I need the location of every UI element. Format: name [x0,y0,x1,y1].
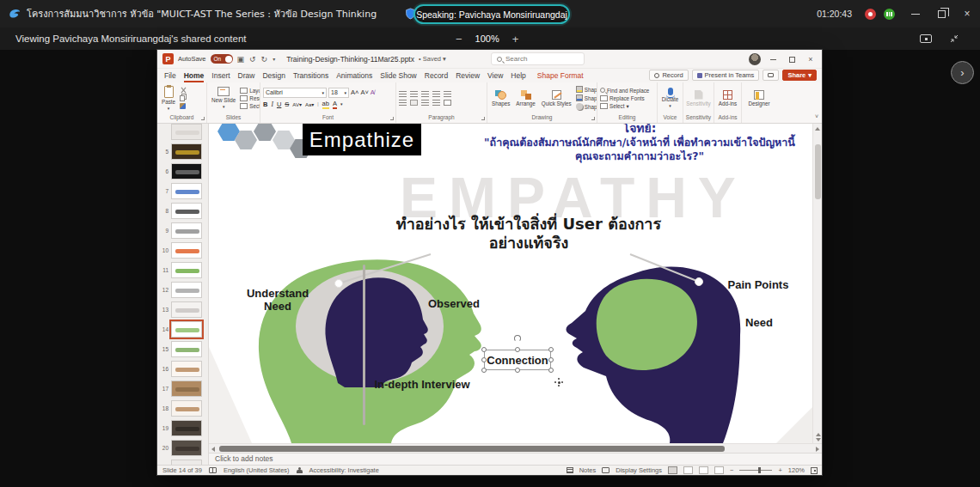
paragraph-dialog-launcher[interactable] [481,117,485,120]
speaking-indicator[interactable]: Speaking: Pavichaya Monsiriruangdaj [413,4,570,24]
drawing-dialog-launcher[interactable] [591,117,595,120]
slide-thumbnail[interactable]: 10 [160,242,208,259]
slide-horizontal-scrollbar[interactable] [209,443,822,453]
next-slide-button[interactable] [816,438,821,441]
zoom-out-button[interactable]: − [456,33,462,46]
numbering-icon[interactable] [410,91,418,97]
layout-button[interactable]: Layout ▾ [240,88,260,94]
zoom-in-button[interactable]: + [512,33,519,46]
zoom-percentage[interactable]: 120% [788,466,805,474]
selection-handle[interactable] [548,347,554,352]
columns-icon[interactable] [444,100,451,106]
shape-fill-button[interactable]: Shape Fill ▾ [576,86,597,93]
notes-pane[interactable]: Click to add notes [209,453,822,465]
previous-slide-button[interactable] [816,433,821,436]
clipboard-dialog-launcher[interactable] [201,117,205,120]
selection-handle[interactable] [548,368,554,373]
select-button[interactable]: Select ▾ [600,103,649,109]
dictate-button[interactable]: Dictate▾ [660,88,681,108]
ribbon-tab[interactable]: Shape Format [534,69,584,82]
vertical-scroll-thumb[interactable] [815,144,821,199]
central-question[interactable]: ทำอย่างไร ให้เข้าใจสิ่งที่ User ต้องการ … [374,215,683,253]
increase-indent-icon[interactable] [432,91,440,97]
label-in-depth-interview[interactable]: In-depth Interview [371,378,474,391]
paste-button[interactable]: Paste▾ [160,86,177,111]
comments-button[interactable] [763,70,779,81]
ribbon-tab[interactable]: Draw [238,69,255,82]
display-settings-icon[interactable] [602,467,609,473]
format-painter-icon[interactable] [180,103,186,109]
ppt-maximize-button[interactable] [782,50,801,69]
selection-handle[interactable] [515,368,520,373]
slide-thumbnail[interactable]: 13 [160,301,208,318]
slide-thumbnail[interactable]: 9 [160,222,208,239]
selection-handle[interactable] [481,357,487,362]
slide-canvas[interactable]: EMPATHY [209,124,812,443]
close-button[interactable]: × [954,0,980,27]
increase-font-icon[interactable]: A˄ [351,88,358,96]
notes-toggle[interactable]: Notes [579,466,597,474]
share-button[interactable]: Share ▾ [782,70,817,81]
align-right-icon[interactable] [421,100,429,106]
horizontal-scroll-thumb[interactable] [219,446,725,452]
spellcheck-icon[interactable] [209,467,217,473]
ribbon-tab[interactable]: Insert [211,69,230,82]
zoom-slider-knob[interactable] [758,467,761,473]
save-status[interactable]: • Saved ▾ [419,55,446,63]
slide-thumbnail[interactable]: 11 [160,262,208,278]
slide-thumbnail[interactable]: 6 [160,163,208,180]
ppt-minimize-button[interactable] [763,50,782,69]
notes-toggle-icon[interactable] [567,467,573,473]
find-replace-button[interactable]: Find and Replace [600,88,649,94]
label-understand-need[interactable]: Understand Need [239,287,316,313]
present-in-teams-button[interactable]: Present in Teams [692,70,760,81]
selection-handle[interactable] [515,347,520,352]
change-case-button[interactable]: Aa▾ [305,101,314,107]
clear-formatting-icon[interactable]: A̸ [371,88,375,96]
accessibility-status[interactable]: Accessibility: Investigate [309,466,379,474]
shape-outline-button[interactable]: Shape Outline ▾ [576,94,597,101]
slide-thumbnail[interactable]: 18 [160,400,208,417]
ribbon-tab[interactable]: View [487,69,503,82]
ribbon-tab[interactable]: Review [456,69,480,82]
justify-icon[interactable] [432,100,440,106]
replace-fonts-button[interactable]: Replace Fonts [600,95,649,101]
search-input[interactable]: Search [491,52,585,65]
italic-button[interactable]: I [271,100,273,108]
addins-button[interactable]: Add-ins [717,90,738,107]
undo-icon[interactable]: ↺ [249,55,256,64]
decrease-font-icon[interactable]: A˅ [360,88,368,96]
account-avatar[interactable] [749,53,761,65]
normal-view-button[interactable] [668,466,677,474]
char-spacing-button[interactable]: AV▾ [292,101,302,107]
scroll-left-icon[interactable] [211,447,215,452]
collapse-ribbon-icon[interactable]: ˅ [815,113,818,119]
slide-thumbnail[interactable]: 19 [160,420,208,436]
font-name-select[interactable]: Calibri▾ [263,88,327,98]
popout-icon[interactable] [920,34,932,43]
designer-button[interactable]: Designer [746,90,771,107]
redo-icon[interactable]: ↻ [261,55,268,64]
ribbon-tab[interactable]: Transitions [293,69,328,82]
rotate-handle[interactable] [514,335,521,342]
decrease-indent-icon[interactable] [421,91,429,97]
autosave-toggle[interactable]: On [211,54,233,64]
restore-button[interactable] [928,0,954,27]
shapes-button[interactable]: Shapes [490,90,511,107]
label-observed[interactable]: Observed [424,297,484,310]
slide-thumbnail[interactable]: 20 [160,440,208,456]
slide-thumbnail[interactable]: 8 [160,203,208,219]
slide-sorter-view-button[interactable] [683,466,693,474]
slide-thumbnail[interactable]: 17 [160,380,208,397]
ppt-close-button[interactable]: × [801,50,820,69]
bold-button[interactable]: B [263,100,267,108]
slide-thumbnail[interactable] [160,124,208,140]
zoom-in-button[interactable]: + [778,466,781,474]
step-title-box[interactable]: Empathize [303,124,421,155]
ribbon-tab[interactable]: File [164,69,176,82]
slide-thumbnail[interactable]: 14 [160,321,208,338]
zoom-out-button[interactable]: − [730,466,733,474]
slide-thumbnail[interactable]: 16 [160,361,208,377]
arrange-button[interactable]: Arrange [514,90,536,107]
minimize-button[interactable] [903,0,928,27]
